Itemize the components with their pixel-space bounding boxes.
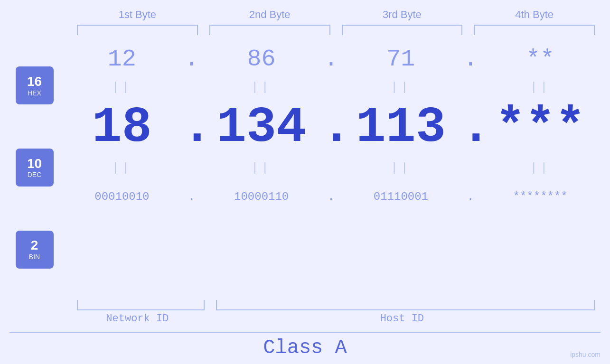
hex-dot-3: . xyxy=(461,46,480,73)
bin-byte-4: ******** xyxy=(480,190,601,203)
bin-dot-2: . xyxy=(322,190,341,203)
network-bracket xyxy=(77,300,205,310)
top-bracket-4 xyxy=(474,25,595,35)
dec-dot-3: . xyxy=(461,100,480,156)
hex-byte-4: ** xyxy=(480,46,601,73)
eq2-2: || xyxy=(201,161,322,175)
bin-byte-1: 00010010 xyxy=(62,190,182,203)
class-section: Class A xyxy=(0,325,610,364)
dec-dot-1: . xyxy=(182,100,201,156)
dec-byte-1: 18 xyxy=(62,100,182,156)
byte-header-2: 2nd Byte xyxy=(204,9,336,21)
eq2-3: || xyxy=(341,161,461,175)
bin-byte-3: 01110001 xyxy=(341,190,461,203)
hex-byte-1: 12 xyxy=(62,46,182,73)
hex-byte-3: 71 xyxy=(341,46,461,73)
dec-row: 18 . 134 . 113 . *** xyxy=(62,97,610,159)
equals-row-2: || || || || xyxy=(62,159,610,177)
ip-display: 12 . 86 . 71 . ** || || || || xyxy=(62,40,610,300)
eq2-4: || xyxy=(480,161,601,175)
top-bracket-3 xyxy=(342,25,463,35)
hex-badge-num: 16 xyxy=(27,75,42,89)
hex-dot-2: . xyxy=(322,46,341,73)
equals-row-1: || || || || xyxy=(62,78,610,97)
bottom-labels: Network ID Host ID xyxy=(0,300,610,325)
hex-dot-1: . xyxy=(182,46,201,73)
network-id-label: Network ID xyxy=(71,313,204,325)
eq-1: || xyxy=(62,80,182,94)
top-brackets xyxy=(71,25,601,35)
byte-header-3: 3rd Byte xyxy=(336,9,469,21)
bin-dot-3: . xyxy=(461,190,480,203)
bottom-bracket-row xyxy=(71,300,601,310)
hex-badge-label: HEX xyxy=(28,89,41,97)
dec-byte-4: *** xyxy=(480,100,601,156)
bin-badge: 2 BIN xyxy=(16,231,54,269)
top-bracket-2 xyxy=(209,25,330,35)
eq-3: || xyxy=(341,80,461,94)
eq2-1: || xyxy=(62,161,182,175)
bin-badge-label: BIN xyxy=(29,253,40,261)
dec-byte-2: 134 xyxy=(201,100,322,156)
watermark: ipshu.com xyxy=(570,351,601,358)
byte-header-1: 1st Byte xyxy=(71,9,204,21)
byte-header-4: 4th Byte xyxy=(468,9,601,21)
class-label: Class A xyxy=(9,336,601,359)
eq-2: || xyxy=(201,80,322,94)
eq-4: || xyxy=(480,80,601,94)
bin-row: 00010010 . 10000110 . 01110001 . *******… xyxy=(62,177,610,215)
dec-badge: 10 DEC xyxy=(16,149,54,187)
class-divider xyxy=(9,332,601,333)
bin-badge-num: 2 xyxy=(31,238,38,253)
badges-column: 16 HEX 10 DEC 2 BIN xyxy=(0,40,62,300)
host-bracket xyxy=(216,300,595,310)
dec-badge-label: DEC xyxy=(28,171,42,178)
bin-dot-1: . xyxy=(182,190,201,203)
hex-badge: 16 HEX xyxy=(16,66,54,104)
dec-badge-num: 10 xyxy=(27,157,42,171)
host-id-label: Host ID xyxy=(204,313,601,325)
bin-byte-2: 10000110 xyxy=(201,190,322,203)
dec-dot-2: . xyxy=(322,100,341,156)
top-bracket-1 xyxy=(77,25,198,35)
byte-headers-row: 1st Byte 2nd Byte 3rd Byte 4th Byte xyxy=(71,9,601,21)
dec-byte-3: 113 xyxy=(341,100,461,156)
hex-row: 12 . 86 . 71 . ** xyxy=(62,40,610,78)
bottom-label-row: Network ID Host ID xyxy=(71,313,601,325)
hex-byte-2: 86 xyxy=(201,46,322,73)
